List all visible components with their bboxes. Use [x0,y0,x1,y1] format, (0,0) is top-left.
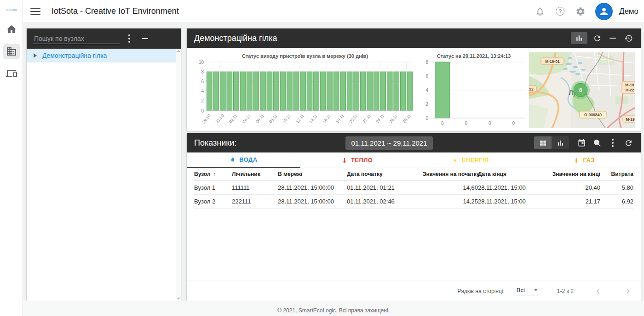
more-vertical-icon [128,34,130,43]
bar [387,72,392,111]
gas-cylinder-icon [573,157,580,164]
tab-label: ВОДА [239,156,257,163]
svg-text:8: 8 [579,87,582,93]
svg-text:0: 0 [201,108,204,113]
bar [213,72,219,111]
more-vertical-icon [612,139,614,147]
nav-nodes-button[interactable] [3,44,20,59]
table-row[interactable]: Вузол 222211128.11.2021, 15:00:0001.11.2… [194,194,633,208]
history-icon [624,34,633,43]
node-tree-panel: Демонстраційна гілка [27,28,181,301]
user-label: Демо [619,7,638,16]
table-view-button[interactable] [534,136,552,149]
tree-item-label: Демонстраційна гілка [42,52,107,59]
svg-text:26.11: 26.11 [389,113,399,124]
metrics-refresh-button[interactable] [622,137,634,149]
calendar-button[interactable] [575,137,587,149]
tree-collapse-button[interactable] [139,33,151,45]
tab-energy[interactable]: ЕНЕРГІЯ [414,152,528,168]
column-header[interactable]: Витрата [600,168,633,181]
svg-text:20.11: 20.11 [348,113,358,124]
table-cell: 28.11.2021, 15:00 [478,181,552,194]
tree-item-demo-branch[interactable]: Демонстраційна гілка [27,49,181,62]
map-node-marker[interactable]: 8 [571,81,590,99]
refresh-icon [593,34,602,43]
road-label-m19-b: M-19 [623,116,635,122]
svg-text:O-030849: O-030849 [584,113,602,117]
tree-body: Демонстраційна гілка [27,49,181,301]
date-range-button[interactable]: 01.11.2021 ~ 29.11.2021 [345,136,433,150]
svg-text:4: 4 [426,88,429,93]
rows-per-page-value: Всі [517,287,525,293]
table-row[interactable]: Вузол 111111128.11.2021, 15:00:0001.11.2… [194,181,633,194]
bar [380,72,386,111]
bar [314,72,319,111]
column-header[interactable]: Дата кінця [478,168,552,181]
nav-home-button[interactable] [3,22,20,37]
column-header[interactable]: Вузол↑ [194,168,232,181]
footer: © 2021, SmartEcoLogic. Всі права захищен… [23,301,644,316]
bar [354,72,359,111]
svg-text:12.11: 12.11 [295,113,305,124]
column-header[interactable]: Значення на початку [423,168,478,181]
table-cell: 222111 [232,194,278,208]
bar [394,72,399,111]
svg-text:M-19: M-19 [626,83,635,87]
column-header[interactable]: Дата початку [347,168,423,181]
branch-refresh-button[interactable] [591,32,603,44]
svg-text:6: 6 [201,79,204,84]
bar [300,72,306,111]
metrics-more-button[interactable] [607,137,619,149]
bar [253,72,259,111]
notifications-icon [535,6,545,17]
tree-more-button[interactable] [123,33,135,45]
app-logo[interactable]: IotSota [0,8,23,11]
person-icon [598,6,610,17]
svg-text:M-19: M-19 [626,117,635,122]
map[interactable]: Луцьк M-19-01 22 M-19 H-22 [529,52,635,128]
menu-button[interactable] [30,8,40,15]
branch-chart-view-button[interactable] [571,32,587,44]
metrics-search-button[interactable] [591,137,603,149]
branch-body: Статус виходу пристроїв вузла в мережу (… [187,48,641,131]
road-label-o030849: O-030849 [580,111,606,118]
nav-devices-button[interactable] [3,66,20,81]
search-nodes-input[interactable] [33,34,120,44]
account-avatar[interactable] [595,3,613,20]
chart-view-icon [556,139,565,147]
svg-text:28.11: 28.11 [402,113,412,124]
settings-gear-icon [575,6,586,17]
branch-collapse-button[interactable] [607,32,619,44]
rows-per-page-select[interactable]: Всі [517,287,538,295]
chart-view-button[interactable] [552,136,569,149]
branch-panel: Демонстраційна гілка Статус виходу прист… [187,28,641,131]
app-title: IotSota - Creative IoT Environment [52,6,179,16]
column-header[interactable]: Значення на кінці [552,168,600,181]
bar [220,72,225,111]
settings-button[interactable] [575,6,586,17]
help-button[interactable]: ? [555,6,566,17]
notifications-button[interactable] [535,6,546,17]
svg-text:4: 4 [201,89,204,94]
nodes-building-icon [6,46,17,57]
bar [374,72,379,111]
scroll-up-icon[interactable] [177,50,180,52]
column-header[interactable]: Лічильник [232,168,278,181]
svg-text:0: 0 [465,121,468,126]
tab-water[interactable]: ВОДА [187,152,300,168]
svg-text:10: 10 [199,60,204,65]
tree-scrollbar[interactable] [176,49,181,301]
svg-text:0: 0 [489,121,491,126]
bar [234,72,239,111]
expand-arrow-icon[interactable] [34,53,37,58]
branch-history-button[interactable] [622,32,634,44]
table-cell: 5,80 [600,181,633,194]
column-header[interactable]: В мережі [278,168,347,181]
bar [307,72,312,111]
scroll-down-icon[interactable] [177,298,180,299]
previous-page-button[interactable] [594,287,603,296]
tab-gas[interactable]: ГАЗ [527,152,641,168]
next-page-button[interactable] [623,287,632,296]
tab-heat[interactable]: ТЕПЛО [300,152,414,168]
svg-text:24.11: 24.11 [375,113,385,124]
